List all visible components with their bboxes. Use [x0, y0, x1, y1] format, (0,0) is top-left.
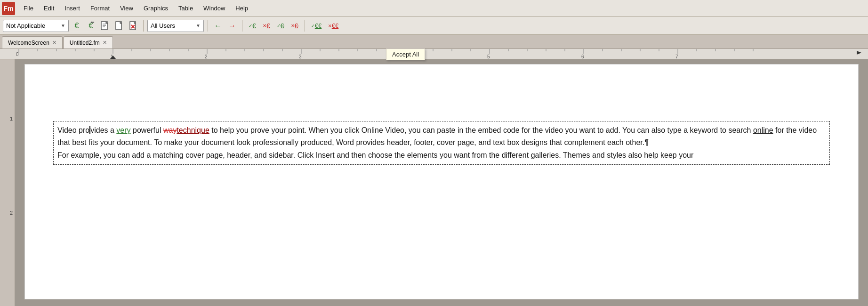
- menu-graphics[interactable]: Graphics: [139, 3, 173, 14]
- next-change-btn[interactable]: →: [226, 20, 238, 32]
- document-icon: [101, 21, 109, 31]
- tab-welcome-label: WelcomeScreen: [8, 40, 49, 46]
- p1-text-rest: to help you prove your point. When you c…: [209, 126, 753, 134]
- p1-text-powerful: powerful: [131, 126, 163, 134]
- line-num-1: 1: [10, 116, 13, 121]
- prev-change-btn[interactable]: ←: [212, 20, 224, 32]
- reject-next-btn[interactable]: ✕€›: [289, 20, 301, 32]
- menu-file[interactable]: File: [19, 3, 38, 14]
- svg-text:5: 5: [487, 54, 490, 59]
- delete-btn[interactable]: [127, 20, 139, 32]
- ruler-svg: 0 1 2 3: [0, 49, 868, 59]
- paragraph-1-box: Video provides a very powerful waytechni…: [53, 121, 830, 165]
- line-num-2: 2: [10, 210, 13, 216]
- svg-marker-60: [857, 51, 861, 55]
- doc-properties-btn[interactable]: [99, 20, 111, 32]
- tab-untitled2[interactable]: Untitled2.fm ✕: [64, 36, 113, 48]
- blank-doc-icon: [115, 21, 123, 31]
- reject-all-btn[interactable]: ✕€€: [326, 20, 341, 32]
- svg-text:6: 6: [581, 54, 584, 59]
- users-dropdown[interactable]: All Users ▼: [147, 20, 204, 32]
- left-gutter: 1 2: [0, 59, 15, 306]
- accept-all-btn[interactable]: ✓€€: [309, 20, 324, 32]
- paragraph-1: Video provides a very powerful waytechni…: [57, 124, 826, 149]
- p2-text: For example, you can add a matching cove…: [57, 151, 693, 159]
- separator-3: [242, 20, 242, 32]
- separator-4: [305, 20, 305, 32]
- document-area: 1 2 Video provides a very powerful wayte…: [0, 59, 868, 306]
- accept-next-btn[interactable]: ✓€›: [274, 20, 287, 32]
- tab-untitled2-label: Untitled2.fm: [70, 40, 100, 46]
- condition-dropdown-arrow: ▼: [61, 23, 65, 28]
- users-value: All Users: [151, 22, 175, 29]
- document-page: Video provides a very powerful waytechni…: [24, 64, 859, 299]
- users-dropdown-arrow: ▼: [196, 23, 201, 28]
- separator-2: [208, 20, 208, 32]
- p1-text-before: Video pro: [57, 126, 89, 134]
- menu-edit[interactable]: Edit: [39, 3, 59, 14]
- tab-bar: WelcomeScreen ✕ Untitled2.fm ✕ Accept Al…: [0, 35, 868, 49]
- menu-insert[interactable]: Insert: [60, 3, 85, 14]
- insert-euro-btn[interactable]: €: [71, 20, 83, 32]
- svg-text:3: 3: [299, 54, 302, 59]
- ruler-content: 0 1 2 3: [0, 49, 868, 59]
- page-top-margin: [53, 83, 830, 121]
- new-doc-btn[interactable]: [113, 20, 125, 32]
- svg-text:0: 0: [16, 52, 19, 57]
- link-very[interactable]: very: [116, 126, 130, 134]
- tab-welcome-screen[interactable]: WelcomeScreen ✕: [2, 36, 63, 48]
- condition-value: Not Applicable: [6, 22, 45, 29]
- ruler: 0 1 2 3: [0, 49, 868, 59]
- menu-bar: Fm File Edit Insert Format View Graphics…: [0, 0, 868, 17]
- tooltip-text: Accept All: [392, 51, 419, 58]
- p1-text-vides: vides a: [90, 126, 116, 134]
- menu-format[interactable]: Format: [86, 3, 114, 14]
- insert-euro-back-btn[interactable]: €⬅: [85, 20, 97, 32]
- accept-prev-btn[interactable]: ✓€: [246, 20, 258, 32]
- app-logo: Fm: [2, 2, 15, 15]
- reject-prev-btn[interactable]: ✕€: [260, 20, 273, 32]
- condition-dropdown[interactable]: Not Applicable ▼: [3, 20, 69, 32]
- menu-help[interactable]: Help: [231, 3, 253, 14]
- separator-1: [143, 20, 144, 32]
- paragraph-2: For example, you can add a matching cove…: [57, 149, 826, 161]
- menu-view[interactable]: View: [115, 3, 138, 14]
- svg-text:2: 2: [205, 54, 208, 59]
- delete-doc-icon: [129, 21, 137, 31]
- menu-table[interactable]: Table: [174, 3, 198, 14]
- accept-all-tooltip: Accept All: [386, 48, 425, 60]
- link-online[interactable]: online: [753, 126, 773, 134]
- strikethrough-way: way: [163, 126, 177, 134]
- document-scroll[interactable]: Video provides a very powerful waytechni…: [15, 59, 868, 306]
- tab-untitled2-close[interactable]: ✕: [103, 40, 107, 46]
- tab-welcome-close[interactable]: ✕: [52, 40, 56, 46]
- link-technique[interactable]: technique: [177, 126, 209, 134]
- svg-text:7: 7: [675, 54, 678, 59]
- pilcrow: ¶: [644, 138, 649, 146]
- menu-window[interactable]: Window: [199, 3, 230, 14]
- toolbar: Not Applicable ▼ € €⬅ All Users: [0, 17, 868, 35]
